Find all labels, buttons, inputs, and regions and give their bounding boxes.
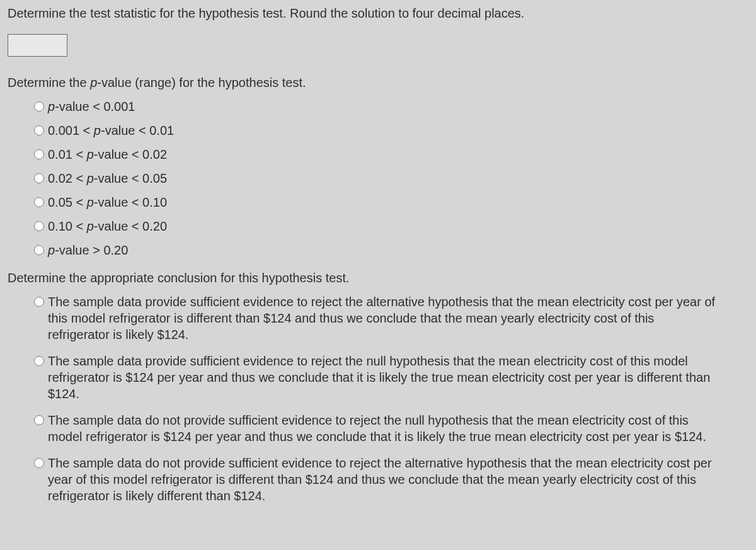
pvalue-label-4: 0.05 < p-value < 0.10	[48, 194, 703, 210]
conclusion-radio-2[interactable]	[34, 415, 44, 425]
pvalue-label-1: 0.001 < p-value < 0.01	[48, 122, 703, 139]
pvalue-radio-1[interactable]	[34, 125, 44, 135]
pvalue-option-1: 0.001 < p-value < 0.01	[34, 122, 748, 139]
conclusion-label-0: The sample data provide sufficient evide…	[48, 294, 716, 343]
pvalue-radio-6[interactable]	[34, 245, 44, 255]
pvalue-label-2: 0.01 < p-value < 0.02	[48, 146, 703, 163]
q1-prompt: Determine the test statistic for the hyp…	[8, 5, 748, 21]
q2-prompt-pre: Determine the	[8, 76, 90, 89]
pvalue-option-0: p-value < 0.001	[34, 98, 748, 115]
pvalue-option-2: 0.01 < p-value < 0.02	[34, 146, 748, 163]
pvalue-radio-2[interactable]	[34, 149, 44, 159]
conclusion-option-0: The sample data provide sufficient evide…	[34, 294, 748, 343]
conclusion-option-2: The sample data do not provide sufficien…	[34, 412, 748, 445]
conclusion-option-1: The sample data provide sufficient evide…	[34, 353, 748, 402]
conclusion-option-3: The sample data do not provide sufficien…	[34, 455, 748, 504]
pvalue-label-0: p-value < 0.001	[48, 98, 703, 115]
pvalue-option-5: 0.10 < p-value < 0.20	[34, 218, 748, 234]
pvalue-option-6: p-value > 0.20	[34, 242, 748, 258]
conclusion-radio-0[interactable]	[34, 297, 44, 307]
q3-prompt: Determine the appropriate conclusion for…	[8, 270, 748, 286]
pvalue-option-4: 0.05 < p-value < 0.10	[34, 194, 748, 210]
pvalue-radio-4[interactable]	[34, 197, 44, 207]
conclusion-label-3: The sample data do not provide sufficien…	[48, 455, 716, 504]
conclusion-label-2: The sample data do not provide sufficien…	[48, 412, 716, 445]
test-statistic-input[interactable]	[8, 34, 67, 57]
pvalue-radio-0[interactable]	[34, 101, 44, 112]
conclusion-radio-3[interactable]	[34, 458, 44, 468]
pvalue-radio-3[interactable]	[34, 173, 44, 183]
conclusion-options: The sample data provide sufficient evide…	[8, 294, 748, 504]
pvalue-option-3: 0.02 < p-value < 0.05	[34, 170, 748, 186]
pvalue-label-6: p-value > 0.20	[48, 242, 703, 258]
pvalue-options: p-value < 0.001 0.001 < p-value < 0.01 0…	[8, 98, 748, 258]
q2-prompt-italic: p	[90, 76, 97, 89]
conclusion-radio-1[interactable]	[34, 356, 44, 366]
q2-prompt-post: -value (range) for the hypothesis test.	[97, 76, 306, 89]
pvalue-radio-5[interactable]	[34, 221, 44, 231]
pvalue-label-5: 0.10 < p-value < 0.20	[48, 218, 703, 234]
conclusion-label-1: The sample data provide sufficient evide…	[48, 353, 716, 402]
q2-prompt: Determine the p-value (range) for the hy…	[8, 74, 748, 91]
pvalue-label-3: 0.02 < p-value < 0.05	[48, 170, 703, 186]
